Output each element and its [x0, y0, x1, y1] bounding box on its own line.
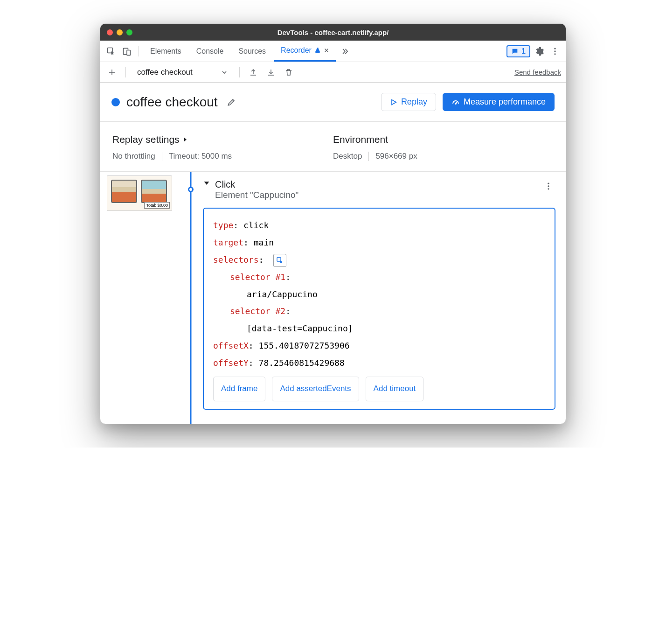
more-tabs-icon[interactable] — [338, 44, 352, 58]
delete-icon[interactable] — [282, 65, 296, 79]
prop-value[interactable]: click — [243, 220, 269, 230]
recording-header: coffee checkout Replay Measure performan… — [100, 83, 566, 122]
button-label: Measure performance — [464, 97, 546, 107]
steps-area: Total: $0.00 Click Element "Cappucino" — [100, 172, 566, 424]
recording-name: coffee checkout — [137, 68, 193, 77]
viewport-value: 596×669 px — [368, 152, 417, 161]
chevron-right-icon — [182, 137, 188, 142]
timeline — [181, 172, 200, 424]
prop-key: selector #2 — [230, 306, 285, 316]
prop-value[interactable]: 155.40187072753906 — [259, 341, 350, 350]
prop-key: type — [213, 220, 233, 230]
step-details: Click Element "Cappucino" type: click ta… — [200, 172, 566, 424]
environment-heading: Environment — [333, 134, 554, 145]
main-tabbar: Elements Console Sources Recorder 1 — [100, 41, 566, 62]
send-feedback-link[interactable]: Send feedback — [514, 68, 561, 76]
pick-selector-icon[interactable] — [273, 254, 286, 267]
replay-button[interactable]: Replay — [381, 93, 436, 111]
recording-status-dot — [111, 98, 120, 106]
prop-key: selectors — [213, 255, 259, 265]
add-frame-button[interactable]: Add frame — [213, 377, 265, 401]
tab-label: Console — [196, 47, 224, 56]
prop-value[interactable]: aria/Cappucino — [247, 289, 318, 299]
tab-label: Sources — [238, 47, 266, 56]
step-title: Click — [215, 179, 298, 190]
play-icon — [390, 98, 397, 106]
separator — [125, 67, 126, 77]
prop-key: selector #1 — [230, 272, 285, 282]
device-toolbar-icon[interactable] — [120, 44, 134, 58]
replay-settings-heading[interactable]: Replay settings — [112, 134, 333, 145]
recording-title: coffee checkout — [126, 95, 218, 110]
recorder-toolbar: coffee checkout Send feedback — [100, 62, 566, 83]
gauge-icon — [451, 98, 460, 106]
mug-illustration — [141, 180, 167, 203]
inspect-element-icon[interactable] — [104, 44, 118, 58]
svg-point-4 — [554, 50, 555, 52]
separator — [139, 46, 139, 56]
close-tab-icon[interactable] — [324, 48, 329, 53]
svg-point-9 — [548, 188, 549, 189]
throttling-value: No throttling — [112, 152, 155, 161]
step-properties: type: click target: main selectors: sele… — [203, 208, 555, 410]
svg-point-3 — [554, 48, 555, 49]
issues-count: 1 — [521, 47, 526, 56]
window-title: DevTools - coffee-cart.netlify.app/ — [100, 28, 566, 36]
timeout-value: Timeout: 5000 ms — [162, 152, 232, 161]
add-asserted-events-button[interactable]: Add assertedEvents — [272, 377, 359, 401]
kebab-menu-icon[interactable] — [548, 44, 562, 58]
step-subtitle: Element "Cappucino" — [215, 190, 298, 200]
devtools-window: DevTools - coffee-cart.netlify.app/ Elem… — [100, 23, 566, 424]
screenshot-column: Total: $0.00 — [100, 172, 181, 424]
heading-label: Environment — [333, 134, 388, 145]
svg-point-5 — [554, 53, 555, 55]
svg-point-8 — [548, 185, 549, 187]
step-menu-icon[interactable] — [541, 179, 555, 193]
settings-panel: Replay settings No throttling Timeout: 5… — [100, 122, 566, 172]
timeline-marker — [188, 187, 194, 192]
tab-recorder[interactable]: Recorder — [274, 41, 336, 62]
prop-key: offsetY — [213, 358, 249, 368]
separator — [239, 67, 240, 77]
recording-selector[interactable]: coffee checkout — [132, 66, 233, 79]
prop-key: offsetX — [213, 341, 249, 350]
step-screenshot[interactable]: Total: $0.00 — [107, 175, 172, 211]
tab-console[interactable]: Console — [190, 41, 230, 62]
heading-label: Replay settings — [112, 134, 180, 145]
tab-label: Elements — [150, 47, 181, 56]
add-timeout-button[interactable]: Add timeout — [366, 377, 424, 401]
timeline-line — [190, 172, 192, 424]
export-icon[interactable] — [246, 65, 260, 79]
button-label: Replay — [401, 97, 427, 107]
new-recording-icon[interactable] — [105, 65, 119, 79]
prop-value[interactable]: [data-test=Cappucino] — [247, 323, 353, 333]
gear-icon[interactable] — [532, 44, 546, 58]
tab-elements[interactable]: Elements — [144, 41, 188, 62]
issues-icon — [511, 48, 519, 55]
total-badge: Total: $0.00 — [144, 202, 170, 209]
measure-performance-button[interactable]: Measure performance — [443, 93, 555, 111]
chevron-down-icon — [221, 69, 228, 76]
titlebar: DevTools - coffee-cart.netlify.app/ — [100, 24, 566, 41]
collapse-icon[interactable] — [203, 179, 210, 187]
issues-badge[interactable]: 1 — [506, 45, 530, 57]
prop-value[interactable]: 78.25460815429688 — [259, 358, 345, 368]
svg-point-6 — [455, 103, 456, 104]
tab-sources[interactable]: Sources — [232, 41, 272, 62]
edit-title-icon[interactable] — [224, 95, 238, 109]
device-value: Desktop — [333, 152, 362, 161]
svg-point-7 — [548, 183, 549, 184]
mug-illustration — [111, 180, 137, 203]
flask-icon — [314, 47, 321, 54]
svg-rect-2 — [127, 50, 131, 55]
prop-key: target — [213, 238, 243, 247]
prop-value[interactable]: main — [254, 238, 274, 247]
tab-label: Recorder — [281, 46, 312, 55]
import-icon[interactable] — [264, 65, 278, 79]
